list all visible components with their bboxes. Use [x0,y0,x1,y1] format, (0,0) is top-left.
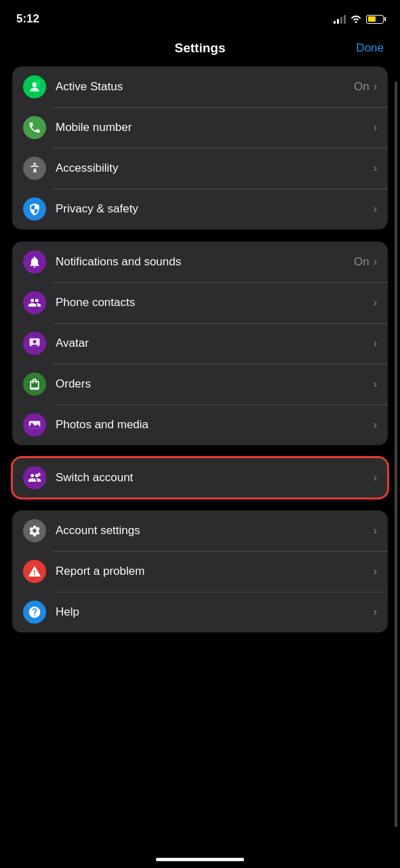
phone-contacts-item[interactable]: Phone contacts › [12,282,388,323]
active-status-icon-circle [23,75,46,98]
switch-account-item[interactable]: Switch account › [12,457,388,498]
photos-media-chevron: › [374,419,377,431]
account-settings-item[interactable]: Account settings › [12,510,388,551]
help-label: Help [56,605,374,619]
notifications-chevron: › [374,256,377,268]
active-status-value: On [354,80,369,94]
photos-media-item[interactable]: Photos and media › [12,404,388,445]
settings-group-1: Active Status On › Mobile number › Acces… [12,67,388,229]
accessibility-item[interactable]: Accessibility › [12,148,388,189]
accessibility-chevron: › [374,162,377,174]
notifications-label: Notifications and sounds [56,255,354,269]
done-button[interactable]: Done [356,41,384,55]
help-chevron: › [374,606,377,618]
notifications-icon-circle [23,250,46,273]
wifi-icon [350,14,362,25]
privacy-safety-chevron: › [374,203,377,215]
report-problem-chevron: › [374,565,377,578]
help-item[interactable]: Help › [12,592,388,633]
phone-contacts-icon-circle [23,291,46,314]
avatar-icon-circle [23,332,46,355]
privacy-safety-label: Privacy & safety [56,202,374,216]
orders-icon-circle [23,373,46,396]
report-problem-item[interactable]: Report a problem › [12,551,388,592]
report-problem-icon-circle [23,560,46,583]
svg-point-2 [33,163,35,165]
photos-media-icon-circle [23,413,46,436]
status-time: 5:12 [16,12,39,26]
switch-account-label: Switch account [56,471,374,485]
scrollbar[interactable] [395,81,397,827]
svg-point-4 [33,340,37,343]
home-indicator [156,858,244,861]
orders-chevron: › [374,378,377,390]
active-status-chevron: › [374,81,377,93]
settings-group-4: Account settings › Report a problem › He… [12,510,388,633]
phone-contacts-chevron: › [374,297,377,309]
switch-account-chevron: › [374,472,377,484]
accessibility-label: Accessibility [56,162,374,175]
active-status-label: Active Status [56,80,354,94]
account-settings-chevron: › [374,525,377,537]
privacy-safety-icon-circle [23,197,46,221]
phone-contacts-label: Phone contacts [56,296,374,309]
settings-content: Active Status On › Mobile number › Acces… [0,67,400,633]
notifications-item[interactable]: Notifications and sounds On › [12,242,388,282]
active-status-item[interactable]: Active Status On › [12,67,388,107]
notifications-value: On [354,255,369,269]
avatar-item[interactable]: Avatar › [12,323,388,364]
settings-group-3: Switch account › [12,457,388,498]
header: Settings Done [0,34,400,67]
orders-label: Orders [56,377,374,391]
svg-point-7 [31,423,33,425]
account-settings-label: Account settings [56,524,374,537]
mobile-number-chevron: › [374,121,377,134]
orders-item[interactable]: Orders › [12,364,388,404]
svg-point-1 [36,81,41,86]
avatar-chevron: › [374,337,377,350]
mobile-number-icon-circle [23,116,46,139]
photos-media-label: Photos and media [56,418,374,432]
accessibility-icon-circle [23,157,46,180]
account-settings-icon-circle [23,519,46,542]
mobile-number-item[interactable]: Mobile number › [12,107,388,148]
privacy-safety-item[interactable]: Privacy & safety › [12,189,388,229]
battery-icon [366,15,384,24]
page-title: Settings [175,41,226,56]
report-problem-label: Report a problem [56,565,374,578]
status-bar: 5:12 [0,0,400,34]
help-icon-circle [23,601,46,624]
avatar-label: Avatar [56,337,374,350]
mobile-number-label: Mobile number [56,121,374,134]
signal-icon [334,14,346,24]
settings-group-2: Notifications and sounds On › Phone cont… [12,242,388,445]
status-icons [334,14,384,25]
switch-account-icon-circle [23,466,46,489]
